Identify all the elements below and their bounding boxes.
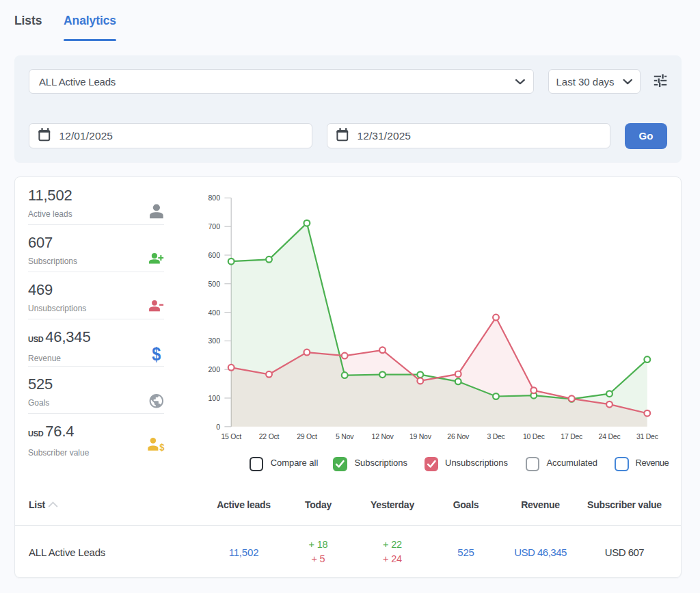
svg-text:26 Nov: 26 Nov bbox=[447, 432, 470, 440]
svg-text:29 Oct: 29 Oct bbox=[297, 432, 317, 440]
svg-text:15 Oct: 15 Oct bbox=[221, 432, 241, 440]
svg-text:$: $ bbox=[159, 441, 165, 453]
svg-text:600: 600 bbox=[208, 251, 220, 259]
svg-text:22 Oct: 22 Oct bbox=[259, 432, 280, 440]
svg-text:3 Dec: 3 Dec bbox=[487, 432, 504, 440]
svg-text:200: 200 bbox=[208, 365, 220, 373]
svg-text:500: 500 bbox=[208, 280, 220, 288]
svg-text:19 Nov: 19 Nov bbox=[409, 432, 432, 440]
svg-text:10 Dec: 10 Dec bbox=[523, 432, 545, 440]
svg-text:400: 400 bbox=[208, 308, 220, 317]
svg-text:300: 300 bbox=[208, 337, 220, 345]
svg-text:$: $ bbox=[152, 344, 161, 365]
svg-text:800: 800 bbox=[208, 194, 220, 202]
svg-text:24 Dec: 24 Dec bbox=[599, 432, 621, 440]
svg-text:17 Dec: 17 Dec bbox=[561, 432, 582, 440]
svg-text:100: 100 bbox=[208, 394, 220, 402]
svg-text:5 Nov: 5 Nov bbox=[336, 432, 354, 440]
svg-text:0: 0 bbox=[216, 423, 220, 431]
svg-text:12 Nov: 12 Nov bbox=[372, 432, 394, 440]
svg-text:31 Dec: 31 Dec bbox=[636, 432, 658, 440]
svg-text:700: 700 bbox=[208, 222, 220, 230]
